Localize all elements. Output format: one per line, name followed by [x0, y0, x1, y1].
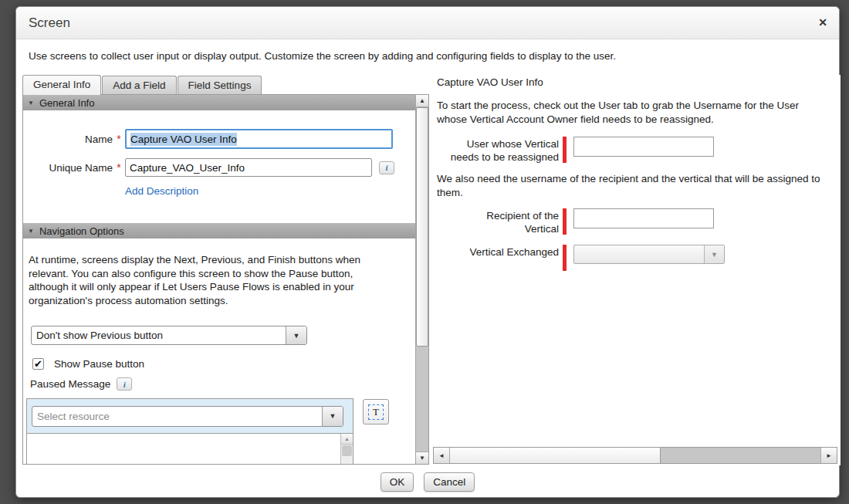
chevron-down-icon[interactable]: ▼	[286, 326, 306, 344]
section-header-general-info[interactable]: ▼ General Info	[23, 95, 415, 110]
unique-name-label: Unique Name	[23, 162, 113, 174]
scrollbar-thumb[interactable]	[342, 445, 352, 456]
select-resource-combobox[interactable]: Select resource ▼	[32, 406, 343, 427]
chevron-down-icon[interactable]: ▼	[322, 407, 343, 426]
scroll-right-icon[interactable]: ►	[820, 448, 837, 463]
field-user-input[interactable]	[573, 137, 714, 157]
preview-field-vertical: Vertical Exchanged ▼	[433, 245, 725, 271]
rich-text-icon: T	[368, 404, 384, 420]
dialog-description: Use screens to collect user input or dis…	[29, 50, 824, 62]
screen-dialog: Screen ✕ Use screens to collect user inp…	[15, 6, 840, 498]
screen-preview-panel: Capture VAO User Info To start the proce…	[433, 75, 841, 465]
paused-message-label: Paused Message	[30, 378, 110, 390]
scroll-down-icon[interactable]: ▼	[416, 452, 428, 464]
field-recipient-label: Recipient of the Vertical	[433, 208, 559, 235]
preview-title: Capture VAO User Info	[437, 76, 543, 88]
tab-field-settings[interactable]: Field Settings	[178, 76, 262, 95]
ok-button[interactable]: OK	[381, 472, 414, 492]
close-icon[interactable]: ✕	[818, 17, 827, 28]
scroll-up-icon[interactable]: ▲	[341, 434, 353, 445]
dialog-titlebar: Screen	[16, 7, 839, 39]
scroll-left-icon[interactable]: ◄	[434, 448, 450, 463]
field-vertical-label: Vertical Exchanged	[433, 245, 559, 259]
show-pause-label: Show Pause button	[54, 358, 144, 370]
paused-message-editor: Select resource ▼ ▲	[26, 398, 353, 464]
collapse-triangle-icon: ▼	[28, 100, 34, 107]
textarea-scrollbar[interactable]: ▲	[340, 434, 353, 464]
info-icon[interactable]: i	[379, 161, 394, 174]
preview-field-user: User whose Vertical needs to be reassign…	[433, 137, 714, 164]
section-title: Navigation Options	[39, 225, 124, 237]
rich-text-button[interactable]: T	[363, 399, 389, 425]
scroll-up-icon[interactable]: ▲	[416, 95, 428, 107]
unique-name-input-value: Capture_VAO_User_Info	[130, 162, 245, 174]
name-row: Name * Capture VAO User Info	[23, 129, 408, 149]
required-bar	[563, 245, 567, 271]
dialog-title: Screen	[29, 15, 70, 31]
tab-bar: General Info Add a Field Field Settings	[22, 75, 262, 95]
required-asterisk: *	[113, 161, 125, 174]
tab-general-info[interactable]: General Info	[22, 75, 101, 95]
paused-message-row: Paused Message i	[30, 377, 132, 391]
left-panel-scrollbar[interactable]: ▲ ▼	[415, 95, 428, 464]
required-bar	[563, 208, 567, 235]
cancel-button[interactable]: Cancel	[424, 472, 475, 492]
name-input[interactable]: Capture VAO User Info	[125, 129, 393, 149]
add-description-link[interactable]: Add Description	[125, 185, 198, 197]
chevron-down-icon[interactable]: ▼	[704, 245, 724, 263]
settings-panel: ▼ General Info Name * Capture VAO User I…	[22, 94, 429, 465]
preview-field-recipient: Recipient of the Vertical	[433, 208, 714, 235]
scrollbar-thumb[interactable]	[416, 107, 428, 347]
collapse-triangle-icon: ▼	[28, 228, 34, 235]
preview-horizontal-scrollbar[interactable]: ◄ ►	[433, 447, 837, 464]
preview-middle-text: We also need the username of the recipie…	[437, 172, 824, 199]
unique-name-row: Unique Name * Capture_VAO_User_Info i	[23, 158, 408, 177]
section-title: General Info	[39, 97, 95, 109]
name-input-value: Capture VAO User Info	[130, 133, 237, 146]
scrollbar-thumb[interactable]	[450, 448, 661, 463]
preview-intro-text: To start the process, check out the User…	[437, 99, 824, 126]
required-bar	[563, 137, 567, 163]
dialog-footer: OK Cancel	[16, 472, 839, 492]
field-recipient-input[interactable]	[573, 208, 714, 228]
field-user-label: User whose Vertical needs to be reassign…	[433, 137, 559, 164]
previous-button-select[interactable]: Don't show Previous button ▼	[31, 326, 307, 345]
previous-button-select-value: Don't show Previous button	[32, 326, 286, 344]
unique-name-input[interactable]: Capture_VAO_User_Info	[125, 158, 372, 177]
show-pause-row: ✔ Show Pause button	[32, 358, 144, 370]
navigation-description: At runtime, screens display the Next, Pr…	[29, 253, 394, 307]
section-header-navigation-options[interactable]: ▼ Navigation Options	[23, 223, 415, 238]
show-pause-checkbox[interactable]: ✔	[32, 358, 44, 370]
select-resource-placeholder: Select resource	[32, 407, 322, 426]
paused-message-textarea[interactable]: ▲	[27, 433, 353, 464]
info-icon[interactable]: i	[117, 377, 132, 391]
tab-add-a-field[interactable]: Add a Field	[102, 76, 176, 95]
resource-picker-bar: Select resource ▼	[27, 399, 353, 433]
required-asterisk: *	[113, 133, 125, 145]
name-label: Name	[23, 134, 113, 145]
vertical-exchanged-dropdown[interactable]: ▼	[573, 245, 725, 264]
